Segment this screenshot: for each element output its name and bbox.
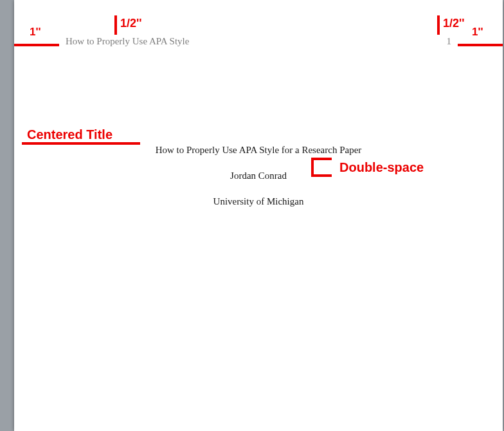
running-head: How to Properly Use APA Style <box>66 36 189 47</box>
annotation-half-left-label: 1/2'' <box>120 17 142 30</box>
affiliation: University of Michigan <box>14 196 503 207</box>
annotation-half-right-line <box>437 15 440 35</box>
annotation-half-right-label: 1/2'' <box>443 17 465 30</box>
page-number: 1 <box>447 36 452 47</box>
annotation-double-space-bracket-top <box>311 158 332 160</box>
annotation-centered-title-line <box>22 142 140 145</box>
annotation-margin-left-label: 1'' <box>30 26 41 39</box>
annotation-margin-right-line <box>458 44 503 46</box>
header-area: How to Properly Use APA Style 1 <box>14 0 503 51</box>
annotation-margin-left-line <box>14 44 59 46</box>
annotation-margin-right-label: 1'' <box>472 26 483 39</box>
annotation-double-space-bracket-bottom <box>311 174 332 177</box>
paper-title: How to Properly Use APA Style for a Rese… <box>14 145 503 156</box>
author-name: Jordan Conrad <box>14 170 503 181</box>
annotation-centered-title-label: Centered Title <box>27 127 113 142</box>
annotation-double-space-label: Double-space <box>339 160 424 175</box>
annotation-half-left-line <box>114 15 117 35</box>
document-page: How to Properly Use APA Style 1 How to P… <box>14 0 503 431</box>
